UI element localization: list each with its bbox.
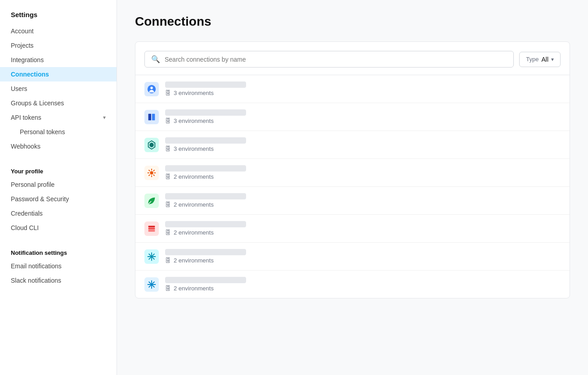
sidebar-item-personal-tokens[interactable]: Personal tokens [0,125,117,139]
connection-logo [144,221,159,236]
connection-info: 🗄 2 environments [165,221,561,236]
connection-name-bar [165,137,246,144]
sidebar-item-slack-notifications[interactable]: Slack notifications [0,273,117,288]
search-box[interactable]: 🔍 [144,51,514,68]
connection-name-bar [165,193,246,199]
connection-logo [144,110,159,124]
sidebar-settings-title: Settings [0,11,117,24]
sidebar-item-account[interactable]: Account [0,24,117,38]
svg-rect-2 [148,113,151,120]
connection-env: 🗄 2 environments [165,173,561,180]
connection-info: 🗄 2 environments [165,249,561,264]
chevron-down-icon: ▾ [551,56,554,63]
sidebar-item-password-security[interactable]: Password & Security [0,192,117,206]
connection-logo [144,277,159,292]
api-tokens-label: API tokens [11,114,41,121]
connections-panel: 🔍 Type All ▾ 🗄 3 environments [135,41,570,298]
sidebar-spacer-2 [0,235,117,244]
database-icon: 🗄 [165,229,171,236]
sidebar-item-api-tokens[interactable]: API tokens ▾ [0,110,117,125]
sidebar-item-users[interactable]: Users [0,81,117,96]
connection-name-bar [165,109,246,116]
env-count-label: 2 environments [174,229,214,236]
connection-logo [144,82,159,96]
connection-info: 🗄 2 environments [165,193,561,208]
svg-rect-17 [148,230,155,231]
database-icon: 🗄 [165,117,171,124]
svg-point-6 [150,171,153,174]
connection-item[interactable]: 🗄 3 environments [135,103,570,131]
database-icon: 🗄 [165,90,171,96]
sidebar-item-groups-licenses[interactable]: Groups & Licenses [0,96,117,110]
connection-item[interactable]: 🗄 2 environments [135,159,570,187]
connection-logo [144,249,159,264]
connection-info: 🗄 3 environments [165,109,561,124]
svg-line-14 [153,170,155,171]
connection-name-bar [165,277,246,283]
main-content: Connections 🔍 Type All ▾ 🗄 3 environment… [117,0,588,375]
sidebar-item-connections[interactable]: Connections [0,67,117,81]
connection-name-bar [165,81,246,88]
search-input[interactable] [165,56,507,63]
connection-info: 🗄 3 environments [165,81,561,96]
connection-name-bar [165,249,246,255]
connection-env: 🗄 2 environments [165,229,561,236]
svg-line-13 [148,174,150,176]
sidebar: Settings Account Projects Integrations C… [0,0,117,375]
env-count-label: 3 environments [174,145,214,152]
api-tokens-arrow-icon: ▾ [103,114,106,121]
connection-item[interactable]: 🗄 3 environments [135,131,570,159]
connection-info: 🗄 3 environments [165,137,561,152]
type-filter-value: All [541,56,548,63]
sidebar-item-integrations[interactable]: Integrations [0,53,117,67]
env-count-label: 2 environments [174,285,214,292]
svg-line-11 [148,170,150,171]
sidebar-item-projects[interactable]: Projects [0,38,117,53]
sidebar-item-email-notifications[interactable]: Email notifications [0,259,117,273]
connection-env: 🗄 2 environments [165,257,561,264]
env-count-label: 3 environments [174,117,214,124]
database-icon: 🗄 [165,201,171,208]
connection-item[interactable]: 🗄 2 environments [135,243,570,271]
connection-logo [144,194,159,208]
sidebar-item-cloud-cli[interactable]: Cloud CLI [0,221,117,235]
sidebar-your-profile-title: Your profile [0,163,117,177]
database-icon: 🗄 [165,145,171,152]
connections-list: 🗄 3 environments 🗄 3 environments 🗄 3 en… [135,75,570,298]
connection-info: 🗄 2 environments [165,165,561,180]
env-count-label: 2 environments [174,173,214,180]
connection-env: 🗄 3 environments [165,145,561,152]
search-icon: 🔍 [151,55,160,63]
connection-env: 🗄 3 environments [165,117,561,124]
connection-env: 🗄 3 environments [165,90,561,96]
database-icon: 🗄 [165,285,171,292]
connection-logo [144,138,159,152]
env-count-label: 3 environments [174,90,214,96]
database-icon: 🗄 [165,173,171,180]
svg-line-12 [153,174,155,176]
connection-item[interactable]: 🗄 2 environments [135,187,570,215]
svg-marker-5 [149,142,153,147]
type-filter-button[interactable]: Type All ▾ [519,52,561,67]
connection-env: 🗄 2 environments [165,201,561,208]
sidebar-item-personal-profile[interactable]: Personal profile [0,177,117,192]
env-count-label: 2 environments [174,257,214,264]
env-count-label: 2 environments [174,201,214,208]
page-title: Connections [135,14,570,29]
database-icon: 🗄 [165,257,171,264]
connection-info: 🗄 2 environments [165,277,561,292]
connection-name-bar [165,165,246,172]
connections-toolbar: 🔍 Type All ▾ [135,42,570,75]
connection-item[interactable]: 🗄 2 environments [135,271,570,298]
svg-rect-15 [148,226,155,227]
connection-name-bar [165,221,246,227]
sidebar-spacer-1 [0,154,117,163]
sidebar-item-webhooks[interactable]: Webhooks [0,139,117,154]
svg-point-22 [151,256,153,258]
connection-logo [144,166,159,180]
connection-item[interactable]: 🗄 2 environments [135,215,570,243]
sidebar-item-credentials[interactable]: Credentials [0,206,117,221]
svg-rect-16 [148,228,155,230]
svg-point-27 [151,284,153,285]
connection-item[interactable]: 🗄 3 environments [135,75,570,103]
